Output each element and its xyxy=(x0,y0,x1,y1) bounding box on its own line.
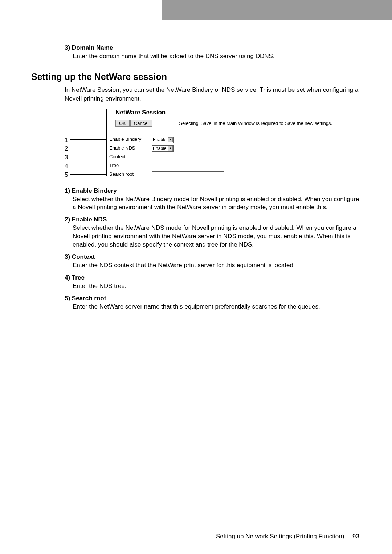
item-number: 1) xyxy=(65,187,70,194)
item-heading: 1) Enable Bindery xyxy=(65,187,359,195)
item-heading: 3) Domain Name xyxy=(65,44,359,52)
item-body: Select whether the NetWare Bindery mode … xyxy=(65,195,359,212)
enable-nds-select[interactable]: Enable ▼ xyxy=(152,145,174,152)
header-banner xyxy=(0,0,392,20)
cancel-button[interactable]: Cancel xyxy=(130,120,152,127)
description-item: 1) Enable Bindery Select whether the Net… xyxy=(65,187,359,212)
item-title: Search root xyxy=(72,295,106,302)
select-value: Enable xyxy=(153,146,166,151)
callout-line xyxy=(70,174,106,175)
bottom-rule xyxy=(31,529,359,529)
leadin-item: 3) Domain Name Enter the domain name tha… xyxy=(31,44,359,61)
item-heading: 5) Search root xyxy=(65,295,359,302)
item-body: Enter the NDS tree. xyxy=(65,282,359,290)
item-title: Domain Name xyxy=(72,44,113,51)
row-label-tree: Tree xyxy=(109,163,119,168)
page-number: 93 xyxy=(352,533,359,540)
description-item: 4) Tree Enter the NDS tree. xyxy=(65,274,359,290)
callout-number: 4 xyxy=(65,162,68,171)
item-title: Context xyxy=(72,253,95,260)
section-intro: In NetWare Session, you can set the NetW… xyxy=(31,86,359,103)
header-banner-right xyxy=(162,0,392,20)
item-body: Enter the domain name that will be added… xyxy=(65,52,359,61)
header-banner-left xyxy=(0,0,162,20)
callout-number: 5 xyxy=(65,171,68,179)
page-footer: Setting up Network Settings (Printing Fu… xyxy=(31,529,359,540)
item-number: 2) xyxy=(65,216,70,223)
callout-number: 1 xyxy=(65,136,68,144)
tree-input[interactable] xyxy=(152,163,224,169)
callout-line xyxy=(70,148,106,148)
item-number: 4) xyxy=(65,274,70,281)
callout-vertical-rule xyxy=(106,109,107,176)
row-label-enable-bindery: Enable Bindery xyxy=(109,137,141,142)
select-value: Enable xyxy=(153,137,166,142)
item-heading: 4) Tree xyxy=(65,274,359,281)
netware-session-screenshot: 1 2 3 4 5 NetWare Session OK Cancel Sele… xyxy=(65,109,359,178)
description-item: 3) Context Enter the NDS context that th… xyxy=(65,253,359,270)
callout-line xyxy=(70,157,106,157)
item-heading: 2) Enable NDS xyxy=(65,216,359,223)
item-body: Enter the NetWare server name that this … xyxy=(65,303,359,311)
chevron-down-icon: ▼ xyxy=(168,146,173,151)
section-heading: Setting up the NetWare session xyxy=(31,72,359,82)
panel-title: NetWare Session xyxy=(115,109,355,116)
netware-panel: NetWare Session OK Cancel Selecting 'Sav… xyxy=(115,109,355,131)
item-number: 3) xyxy=(65,253,70,260)
callout-number: 3 xyxy=(65,153,68,162)
chevron-down-icon: ▼ xyxy=(168,137,173,142)
item-body: Select whether the NetWare NDS mode for … xyxy=(65,224,359,249)
callout-line xyxy=(70,166,106,166)
row-label-search-root: Search root xyxy=(109,171,134,177)
row-label-enable-nds: Enable NDS xyxy=(109,145,135,151)
row-label-context: Context xyxy=(109,154,126,159)
save-note: Selecting 'Save' in the Main Window is r… xyxy=(179,121,332,126)
description-item: 5) Search root Enter the NetWare server … xyxy=(65,295,359,311)
footer-section-title: Setting up Network Settings (Printing Fu… xyxy=(216,533,344,540)
callout-line xyxy=(70,139,106,140)
description-item: 2) Enable NDS Select whether the NetWare… xyxy=(65,216,359,249)
search-root-input[interactable] xyxy=(152,171,224,178)
description-list: 1) Enable Bindery Select whether the Net… xyxy=(31,187,359,311)
item-heading: 3) Context xyxy=(65,253,359,261)
top-rule xyxy=(31,36,359,36)
callout-number: 2 xyxy=(65,144,68,153)
callout-number-column: 1 2 3 4 5 xyxy=(65,136,68,179)
ok-button[interactable]: OK xyxy=(115,120,130,127)
item-title: Enable Bindery xyxy=(72,187,117,194)
item-number: 3) xyxy=(65,44,70,51)
item-body: Enter the NDS context that the NetWare p… xyxy=(65,261,359,270)
context-input[interactable] xyxy=(152,154,304,160)
item-number: 5) xyxy=(65,295,70,302)
item-title: Tree xyxy=(72,274,85,281)
enable-bindery-select[interactable]: Enable ▼ xyxy=(152,137,174,143)
item-title: Enable NDS xyxy=(72,216,107,223)
